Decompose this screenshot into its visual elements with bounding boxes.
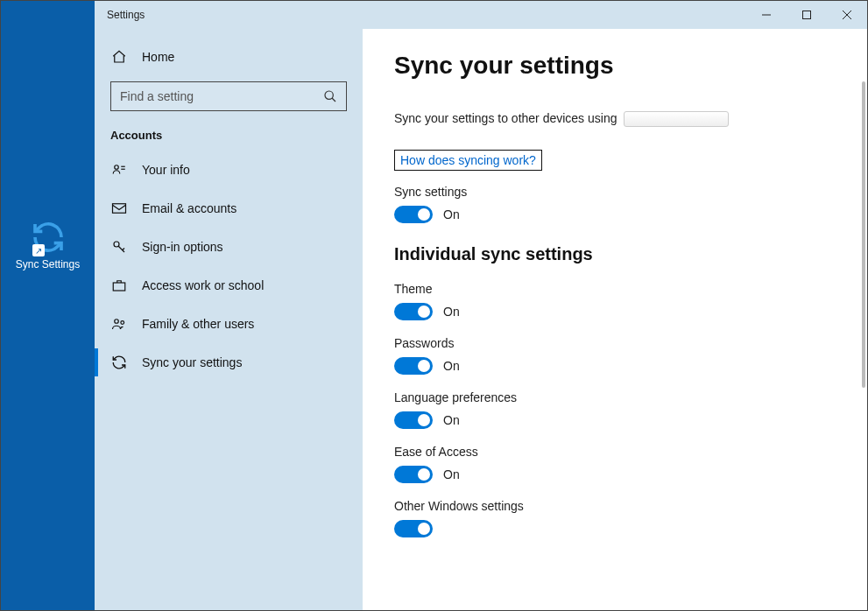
sidebar-item-label: Sync your settings [142, 355, 242, 369]
toggle-switch[interactable] [394, 206, 433, 223]
toggle-passwords: Passwords On [394, 336, 860, 375]
toggle-label: Sync settings [394, 185, 860, 199]
sidebar-section-heading: Accounts [95, 123, 363, 151]
person-card-icon [110, 161, 128, 179]
close-button[interactable] [827, 1, 867, 29]
sidebar-item-label: Access work or school [142, 278, 264, 292]
sidebar: Home Accounts Your info [95, 29, 363, 610]
svg-rect-9 [113, 204, 126, 214]
search-icon [323, 89, 337, 103]
svg-rect-1 [803, 11, 811, 19]
sidebar-item-access-work-school[interactable]: Access work or school [95, 266, 363, 305]
toggle-state: On [443, 207, 460, 221]
sync-description: Sync your settings to other devices usin… [394, 111, 860, 127]
svg-rect-11 [113, 283, 125, 291]
content-area: Sync your settings Sync your settings to… [363, 29, 860, 610]
sidebar-item-your-info[interactable]: Your info [95, 151, 363, 189]
desktop-background: ↗ Sync Settings [1, 1, 95, 610]
sidebar-item-family-other-users[interactable]: Family & other users [95, 305, 363, 343]
titlebar: Settings [95, 1, 867, 29]
toggle-state: On [443, 359, 460, 373]
toggle-label: Theme [394, 282, 860, 296]
people-icon [110, 315, 128, 333]
search-box[interactable] [110, 81, 347, 111]
toggle-sync-settings: Sync settings On [394, 185, 860, 223]
sidebar-home-label: Home [142, 50, 174, 64]
desktop-shortcut-sync-settings[interactable]: ↗ Sync Settings [1, 220, 95, 270]
section-heading: Individual sync settings [394, 244, 860, 264]
shortcut-arrow-icon: ↗ [32, 244, 45, 256]
window-title: Settings [95, 9, 145, 21]
link-text[interactable]: How does syncing work? [400, 153, 536, 167]
toggle-state: On [443, 305, 460, 319]
svg-point-4 [325, 91, 333, 99]
sidebar-item-label: Sign-in options [142, 240, 223, 254]
toggle-switch[interactable] [394, 411, 433, 429]
sidebar-home[interactable]: Home [95, 38, 363, 76]
home-icon [110, 48, 128, 66]
toggle-theme: Theme On [394, 282, 860, 320]
account-name-redacted [624, 111, 729, 127]
scrollbar[interactable] [860, 29, 867, 610]
toggle-label: Passwords [394, 336, 860, 350]
desktop-shortcut-label: Sync Settings [1, 258, 95, 270]
sidebar-item-signin-options[interactable]: Sign-in options [95, 228, 363, 266]
toggle-label: Other Windows settings [394, 499, 860, 513]
sync-icon [110, 354, 128, 371]
settings-window: Settings Home [95, 1, 867, 610]
toggle-switch[interactable] [394, 303, 433, 320]
toggle-other-windows-settings: Other Windows settings [394, 499, 860, 537]
svg-point-13 [121, 321, 124, 325]
scrollbar-thumb[interactable] [862, 81, 865, 388]
sidebar-item-email-accounts[interactable]: Email & accounts [95, 189, 363, 228]
sidebar-item-label: Family & other users [142, 317, 254, 331]
toggle-label: Language preferences [394, 390, 860, 404]
svg-line-5 [332, 98, 335, 102]
toggle-switch[interactable] [394, 466, 433, 483]
svg-point-12 [115, 320, 119, 324]
toggle-switch[interactable] [394, 520, 433, 537]
toggle-state: On [443, 467, 460, 481]
toggle-state: On [443, 413, 460, 427]
how-does-syncing-work-link[interactable]: How does syncing work? [394, 150, 542, 171]
minimize-button[interactable] [746, 1, 787, 29]
toggle-switch[interactable] [394, 357, 433, 375]
page-title: Sync your settings [394, 52, 860, 80]
search-input[interactable] [120, 89, 323, 103]
briefcase-icon [110, 277, 128, 294]
toggle-ease-of-access: Ease of Access On [394, 445, 860, 483]
toggle-label: Ease of Access [394, 445, 860, 459]
svg-point-10 [114, 242, 119, 247]
sidebar-item-label: Email & accounts [142, 201, 236, 215]
sidebar-item-label: Your info [142, 163, 190, 177]
key-icon [110, 238, 128, 256]
toggle-language-preferences: Language preferences On [394, 390, 860, 429]
main-panel: Sync your settings Sync your settings to… [363, 29, 867, 610]
svg-point-6 [115, 165, 119, 170]
mail-icon [110, 200, 128, 217]
sidebar-item-sync-your-settings[interactable]: Sync your settings [95, 343, 363, 382]
maximize-button[interactable] [787, 1, 827, 29]
